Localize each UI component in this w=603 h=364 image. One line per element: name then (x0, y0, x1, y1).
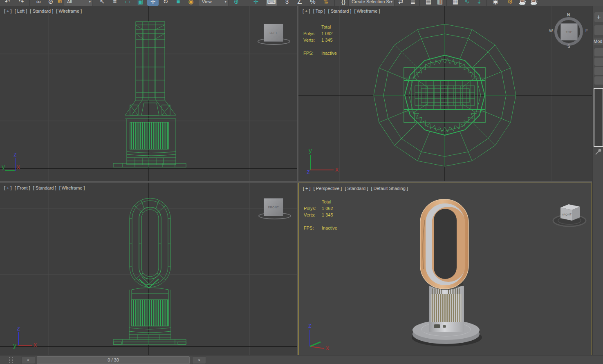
mirror-icon[interactable]: ⇄ (395, 0, 406, 6)
select-object-icon[interactable]: ↖ (96, 0, 108, 6)
chevron-down-icon: ▾ (224, 0, 226, 6)
curve-editor-icon[interactable]: ∿ (461, 0, 473, 6)
select-and-manipulate-icon[interactable]: ✛ (250, 0, 262, 6)
select-and-scale-icon[interactable]: ■ (173, 0, 184, 6)
select-and-move-icon[interactable]: ✛ (147, 0, 159, 6)
viewport-perspective-canvas[interactable]: z x FRONT (299, 183, 592, 355)
spinner-snap-icon[interactable]: ⇅ (320, 0, 332, 6)
viewcube[interactable]: FRONT (264, 198, 283, 216)
select-and-link-icon[interactable]: ∞ (33, 0, 44, 6)
svg-text:z: z (308, 322, 312, 329)
schematic-view-icon[interactable]: ↧ (473, 0, 485, 6)
modifier-stack-button[interactable] (594, 76, 603, 85)
viewport-menu-shading[interactable]: [ Wireframe ] (354, 9, 380, 13)
render-production-icon[interactable]: ☕ (528, 0, 540, 6)
viewport-menu-shading[interactable]: [ Wireframe ] (59, 185, 85, 190)
reference-coordinate-system-dropdown[interactable]: View▾ (199, 0, 229, 6)
viewport-front[interactable]: z x y [ + ] [ Front ] [ Standard ] [ Wir… (0, 183, 297, 355)
viewcube-compass[interactable]: N S W E TOP (553, 16, 585, 47)
toolbar-grip[interactable] (9, 357, 13, 363)
viewport-menu-general[interactable]: [ + ] (303, 186, 311, 191)
viewcube[interactable]: TOP (560, 23, 578, 40)
create-tab[interactable]: + (594, 12, 603, 22)
rectangular-selection-region-icon[interactable]: ▭ (122, 0, 133, 6)
viewcube[interactable]: FRONT (553, 204, 586, 226)
svg-text:z: z (13, 151, 17, 158)
next-frame-button[interactable]: > (192, 356, 206, 364)
previous-frame-button[interactable]: < (21, 356, 35, 364)
viewcube[interactable]: LEFT (264, 24, 283, 42)
toggle-scene-explorer-icon[interactable]: ▤ (423, 0, 434, 6)
viewcube-face-label[interactable]: FRONT (268, 206, 279, 209)
select-by-name-icon[interactable]: ≡ (109, 0, 121, 6)
svg-text:y: y (13, 342, 16, 349)
modifier-stack-button[interactable] (594, 48, 603, 56)
viewport-front-canvas[interactable]: z x y (0, 183, 297, 355)
use-pivot-point-center-icon[interactable]: ⊕ (231, 0, 242, 6)
viewport-menu-general[interactable]: [ + ] (303, 9, 310, 13)
viewport-menu-general[interactable]: [ + ] (4, 185, 12, 190)
viewport-label: [ + ] [ Left ] [ Standard ] [ Wireframe … (4, 9, 83, 13)
material-editor-icon[interactable]: ◉ (490, 0, 501, 6)
snaps-toggle-icon[interactable]: 3 (281, 0, 293, 6)
viewport-menu-style[interactable]: [ Standard ] (345, 186, 368, 191)
viewport-label: [ + ] [ Perspective ] [ Standard ] [ Def… (303, 186, 410, 191)
axis-tripod: z y x (2, 151, 20, 171)
modifier-list-dropdown[interactable]: Mod (594, 38, 603, 45)
svg-text:x: x (326, 344, 329, 351)
window-crossing-icon[interactable]: ▣ (134, 0, 146, 6)
undo-icon[interactable]: ↶ (2, 0, 13, 6)
viewport-menu-style[interactable]: [ Standard ] (30, 9, 53, 13)
viewport-left-canvas[interactable]: z y x (0, 6, 297, 181)
named-selection-set-dropdown[interactable]: Create Selection Se▾ (348, 0, 395, 6)
time-slider[interactable]: 0 / 30 (37, 356, 190, 364)
viewport-label: [ + ] [ Front ] [ Standard ] [ Wireframe… (4, 185, 87, 190)
modifier-stack-button[interactable] (594, 67, 603, 75)
select-and-rotate-icon[interactable]: ↻ (160, 0, 171, 6)
viewport-top[interactable]: y x z [ + ] [ Top ] [ Standard ] [ Wiref… (298, 6, 592, 181)
keyboard-shortcut-override-icon[interactable]: ⌨ (266, 0, 277, 6)
viewport-menu-pov[interactable]: [ Top ] (313, 9, 325, 13)
compass-south[interactable]: S (567, 44, 570, 49)
viewport-splitter-vertical[interactable] (297, 6, 298, 355)
axis-tripod: y x z (307, 147, 338, 175)
svg-text:x: x (34, 341, 37, 348)
svg-text:z: z (307, 168, 310, 175)
selection-filter-dropdown[interactable]: All▾ (64, 0, 93, 6)
toggle-layer-explorer-icon[interactable]: ▥ (434, 0, 446, 6)
select-and-place-icon[interactable]: ◉ (185, 0, 197, 6)
edit-named-selection-sets-icon[interactable]: {} (338, 0, 349, 6)
viewport-menu-style[interactable]: [ Standard ] (328, 9, 352, 13)
viewport-menu-shading[interactable]: [ Wireframe ] (56, 9, 82, 13)
redo-icon[interactable]: ↷ (16, 0, 27, 6)
compass-east[interactable]: E (585, 29, 588, 33)
axis-tripod: z x y (13, 325, 37, 349)
toggle-ribbon-icon[interactable]: ▦ (450, 0, 461, 6)
viewport-menu-general[interactable]: [ + ] (4, 9, 12, 13)
render-setup-icon[interactable]: ⚙ (504, 0, 516, 6)
viewport-menu-pov[interactable]: [ Front ] (15, 185, 30, 190)
percent-snap-icon[interactable]: % (307, 0, 318, 6)
svg-text:z: z (17, 325, 20, 332)
rendered-frame-window-icon[interactable]: ☕ (517, 0, 528, 6)
viewport-left[interactable]: z y x [ + ] [ Left ] [ Standard ] [ Wire… (0, 6, 297, 181)
viewport-menu-pov[interactable]: [ Left ] (15, 9, 27, 13)
compass-west[interactable]: W (549, 29, 553, 33)
viewport-menu-shading[interactable]: [ Default Shading ] (371, 186, 408, 191)
viewport-menu-style[interactable]: [ Standard ] (33, 185, 56, 190)
viewcube-face-label[interactable]: LEFT (269, 31, 277, 34)
align-icon[interactable]: ≣ (407, 0, 419, 6)
viewport-menu-pov[interactable]: [ Perspective ] (314, 186, 342, 191)
pin-icon[interactable] (594, 148, 602, 156)
viewport-top-canvas[interactable]: y x z (298, 6, 592, 181)
modifier-stack-button[interactable] (594, 58, 603, 66)
object-name-field[interactable] (594, 25, 603, 35)
viewport-perspective[interactable]: z x FRONT [ + ] [ Perspective ] [ Standa… (298, 183, 592, 355)
viewport-statistics: Total Polys:1 062 Verts:1 345 FPS:Inacti… (303, 24, 337, 56)
command-panel: + Mod (593, 0, 603, 355)
angle-snap-icon[interactable]: ∠ (294, 0, 305, 6)
compass-north[interactable]: N (567, 13, 570, 17)
modifier-stack-list[interactable] (594, 88, 603, 147)
viewport-splitter-horizontal[interactable] (0, 181, 592, 183)
svg-text:FRONT: FRONT (562, 213, 572, 216)
